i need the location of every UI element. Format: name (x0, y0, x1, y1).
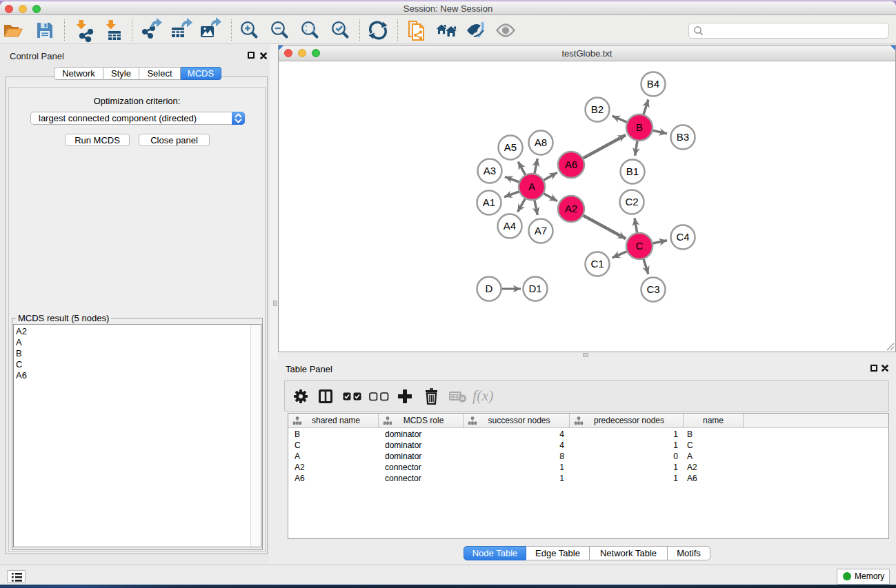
svg-text:A: A (528, 181, 535, 192)
svg-text:B2: B2 (591, 103, 604, 115)
svg-text:A8: A8 (535, 136, 547, 148)
svg-text:B: B (636, 121, 643, 133)
svg-text:A4: A4 (504, 220, 516, 232)
svg-text:D: D (486, 283, 493, 294)
svg-text:C2: C2 (625, 196, 638, 207)
svg-text:A3: A3 (484, 165, 496, 176)
svg-text:A5: A5 (504, 141, 517, 153)
svg-text:A1: A1 (483, 196, 495, 208)
svg-text:C: C (636, 240, 644, 252)
svg-text:D1: D1 (528, 283, 541, 294)
svg-text:B3: B3 (677, 131, 689, 143)
svg-text:B4: B4 (647, 78, 659, 90)
svg-text:C1: C1 (590, 258, 604, 270)
svg-text:A2: A2 (565, 203, 577, 214)
svg-text:A7: A7 (535, 225, 547, 236)
svg-text:B1: B1 (626, 165, 639, 177)
svg-text:A6: A6 (565, 159, 577, 170)
svg-text:C3: C3 (646, 283, 659, 295)
svg-text:C4: C4 (676, 231, 689, 243)
